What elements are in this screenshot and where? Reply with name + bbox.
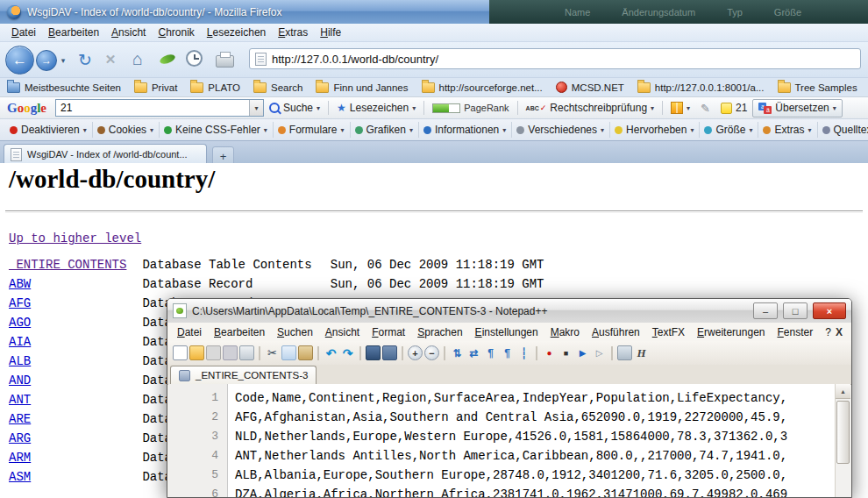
menu-item[interactable]: Hilfe (314, 25, 347, 40)
edit-button[interactable] (695, 99, 715, 117)
history-clock-button[interactable] (186, 50, 203, 67)
new-file-button[interactable] (173, 345, 188, 360)
bookmark-item[interactable]: Privat (134, 82, 177, 93)
forward-button[interactable] (36, 50, 57, 71)
bookmark-item[interactable]: Tree Samples (778, 82, 857, 93)
stop-macro-button[interactable]: ■ (559, 345, 573, 360)
search-history-dropdown-icon[interactable] (249, 100, 263, 116)
save-button[interactable] (206, 345, 221, 360)
run-macro-multiple-button[interactable]: ▷ (592, 345, 607, 360)
replace-button[interactable] (382, 345, 397, 360)
entry-link[interactable]: ANT (9, 393, 135, 407)
google-bookmarks-button[interactable]: Lesezeichen (331, 99, 421, 117)
google-search-button[interactable]: Suche (264, 99, 325, 117)
play-macro-button[interactable]: ▶ (575, 345, 590, 360)
text-content[interactable]: Code,Name,Continent,Region,SurfaceArea,I… (228, 384, 835, 497)
bookmark-item[interactable]: Search (253, 82, 302, 93)
translate-button[interactable]: Übersetzen (752, 99, 842, 117)
pagerank-widget[interactable]: PageRank (427, 99, 514, 117)
indent-guide-button[interactable]: ┆ (516, 345, 531, 360)
menu-item[interactable]: Suchen (271, 324, 319, 340)
sync-scroll-h-button[interactable]: ⇄ (466, 345, 481, 360)
copy-button[interactable] (281, 345, 296, 360)
undo-button[interactable]: ↶ (324, 345, 338, 360)
menu-item[interactable]: Sprachen (411, 324, 468, 340)
highlight-counter-button[interactable]: 21 (715, 99, 752, 117)
print-button[interactable] (239, 345, 254, 360)
menu-item[interactable]: Ansicht (319, 324, 366, 340)
scrollbar-thumb[interactable] (836, 401, 850, 464)
sync-scroll-v-button[interactable]: ⇅ (450, 345, 465, 360)
location-bar[interactable]: http://127.0.0.1/world-db/country/ (249, 48, 861, 69)
bookmark-item[interactable]: MCSD.NET (556, 82, 624, 93)
webdev-menu-item[interactable]: Formulare (274, 122, 351, 138)
menu-item[interactable]: TextFX (646, 324, 691, 340)
google-search-input[interactable]: 21 (55, 99, 264, 117)
entry-link[interactable]: ASM (9, 470, 135, 484)
webdev-menu-item[interactable]: Informationen (419, 122, 512, 138)
notepadpp-titlebar[interactable]: C:\Users\Martin\AppData\Local\Temp\_ENTI… (167, 299, 851, 324)
entry-link[interactable]: AND (9, 374, 135, 388)
editor-area[interactable]: 123456 Code,Name,Continent,Region,Surfac… (168, 384, 850, 497)
entry-link[interactable]: ARM (9, 451, 135, 465)
close-button[interactable] (813, 302, 846, 319)
menu-item[interactable]: Datei (171, 324, 208, 340)
webdev-menu-item[interactable]: Verschiedenes (512, 122, 610, 138)
webdev-menu-item[interactable]: Cookies (93, 122, 160, 138)
webdev-menu-item[interactable]: Quelltext (818, 122, 868, 138)
gift-button[interactable] (665, 99, 695, 117)
webdev-menu-item[interactable]: Hervorheben (610, 122, 700, 138)
menu-item[interactable]: Format (366, 324, 411, 340)
menu-item[interactable]: Ausführen (586, 324, 646, 340)
scroll-up-arrow-icon[interactable] (836, 384, 850, 399)
show-all-characters-button[interactable]: ¶ (500, 345, 515, 360)
bookmark-item[interactable]: http://127.0.0.1:8001/a... (637, 82, 765, 93)
webdev-menu-item[interactable]: Extras (758, 122, 817, 138)
bookmark-item[interactable]: PLATO (190, 82, 240, 93)
menu-item[interactable]: Bearbeiten (42, 25, 105, 40)
reload-button[interactable] (75, 49, 95, 70)
menu-item[interactable]: Makro (544, 324, 586, 340)
tab-wsgidav[interactable]: WsgiDAV - Index of /world-db/count... (4, 144, 207, 164)
entry-link[interactable]: AFG (9, 296, 135, 310)
entry-link[interactable]: ABW (9, 277, 135, 291)
maximize-button[interactable] (783, 302, 808, 319)
menu-item[interactable]: Lesezeichen (201, 25, 272, 40)
word-wrap-button[interactable]: ¶ (483, 345, 498, 360)
history-dropdown-icon[interactable] (58, 55, 68, 66)
zoom-in-button[interactable]: + (408, 345, 423, 360)
vertical-scrollbar[interactable] (835, 384, 850, 497)
minimize-button[interactable] (753, 302, 778, 319)
bookmark-item[interactable]: Finn und Jannes (316, 82, 408, 93)
entry-link[interactable]: AGO (9, 316, 135, 330)
webdev-menu-item[interactable]: Grafiken (351, 122, 419, 138)
stop-button[interactable] (102, 51, 119, 68)
menu-item[interactable]: Einstellungen (469, 324, 544, 340)
print-button[interactable] (216, 55, 234, 68)
menu-item[interactable]: Ansicht (105, 25, 152, 40)
bookmark-item[interactable]: http://sourceforge.net... (422, 82, 543, 93)
menu-item[interactable]: Chronik (152, 25, 200, 40)
entry-link[interactable]: ALB (9, 354, 135, 368)
document-monitor-button[interactable] (617, 345, 632, 360)
webdev-menu-item[interactable]: Keine CSS-Fehler (160, 122, 274, 138)
bookmark-item[interactable]: Meistbesuchte Seiten (7, 82, 121, 93)
document-tab[interactable]: _ENTIRE_CONTENTS-3 (170, 366, 317, 384)
firefox-titlebar[interactable]: WsgiDAV - Index of /world-db/country/ - … (0, 0, 868, 24)
record-macro-button[interactable]: ● (542, 345, 557, 360)
entry-link[interactable]: ARG (9, 431, 135, 445)
entry-link[interactable]: ARE (9, 412, 135, 426)
zoom-out-button[interactable]: − (424, 345, 439, 360)
open-file-button[interactable] (189, 345, 204, 360)
webdev-menu-item[interactable]: Deaktivieren (5, 122, 93, 138)
menu-item[interactable]: Extras (272, 25, 314, 40)
entry-link[interactable]: _ENTIRE_CONTENTS (9, 258, 135, 272)
up-to-higher-level-link[interactable]: Up to higher level (9, 231, 141, 245)
leaf-addon-button[interactable] (159, 52, 176, 66)
hex-editor-button[interactable]: H (634, 345, 649, 360)
redo-button[interactable]: ↷ (340, 345, 355, 360)
entry-link[interactable]: AIA (9, 335, 135, 349)
home-button[interactable] (128, 47, 147, 70)
menu-item[interactable]: Fenster (771, 324, 819, 340)
paste-button[interactable] (298, 345, 313, 360)
